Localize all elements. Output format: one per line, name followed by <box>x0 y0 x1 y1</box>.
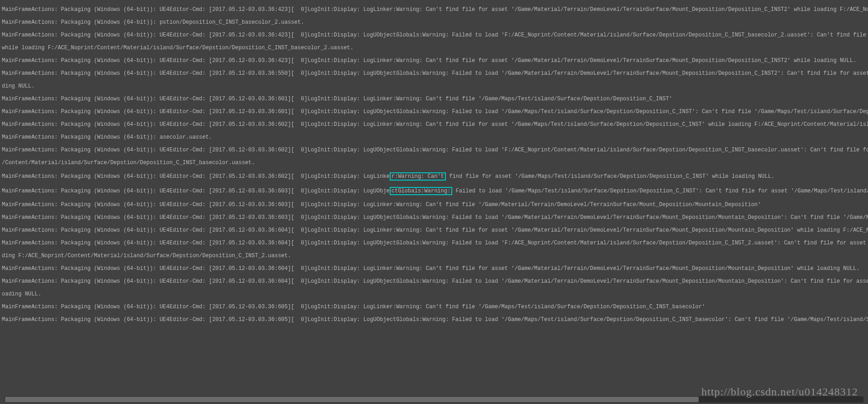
log-line: MainFrameActions: Packaging (Windows (64… <box>2 32 866 38</box>
log-line: MainFrameActions: Packaging (Windows (64… <box>2 70 866 77</box>
log-output: MainFrameActions: Packaging (Windows (64… <box>0 0 868 324</box>
log-line: MainFrameActions: Packaging (Windows (64… <box>2 278 866 285</box>
log-line: while loading F:/ACE_Noprint/Content/Mat… <box>2 45 866 51</box>
log-line: MainFrameActions: Packaging (Windows (64… <box>2 6 866 13</box>
watermark-text: http://blog.csdn.net/u014248312 <box>701 388 858 395</box>
log-line: MainFrameActions: Packaging (Windows (64… <box>2 19 866 26</box>
highlight-warning: r:Warning: Can't <box>390 172 446 181</box>
scrollbar-thumb[interactable] <box>5 397 699 402</box>
log-line: MainFrameActions: Packaging (Windows (64… <box>2 134 866 140</box>
log-line: MainFrameActions: Packaging (Windows (64… <box>2 240 866 246</box>
log-line: MainFrameActions: Packaging (Windows (64… <box>2 202 866 208</box>
log-line: MainFrameActions: Packaging (Windows (64… <box>2 316 866 323</box>
log-line: MainFrameActions: Packaging (Windows (64… <box>2 304 866 310</box>
log-line: MainFrameActions: Packaging (Windows (64… <box>2 109 866 115</box>
log-line: /Content/Material/island/Surface/Depstio… <box>2 160 866 166</box>
log-line: ding NULL. <box>2 83 866 89</box>
log-line: ding F:/ACE_Noprint/Content/Material/isl… <box>2 253 866 259</box>
log-line: MainFrameActions: Packaging (Windows (64… <box>2 96 866 102</box>
log-line: MainFrameActions: Packaging (Windows (64… <box>2 147 866 153</box>
log-line: MainFrameActions: Packaging (Windows (64… <box>2 214 866 221</box>
log-line: MainFrameActions: Packaging (Windows (64… <box>2 121 866 128</box>
log-line: MainFrameActions: Packaging (Windows (64… <box>2 172 866 181</box>
highlight-warning: ctGlobals:Warning: <box>390 187 453 195</box>
log-line: MainFrameActions: Packaging (Windows (64… <box>2 187 866 195</box>
log-line: MainFrameActions: Packaging (Windows (64… <box>2 57 866 64</box>
log-line: oading NULL. <box>2 291 866 297</box>
log-line: MainFrameActions: Packaging (Windows (64… <box>2 227 866 233</box>
log-line: MainFrameActions: Packaging (Windows (64… <box>2 265 866 272</box>
